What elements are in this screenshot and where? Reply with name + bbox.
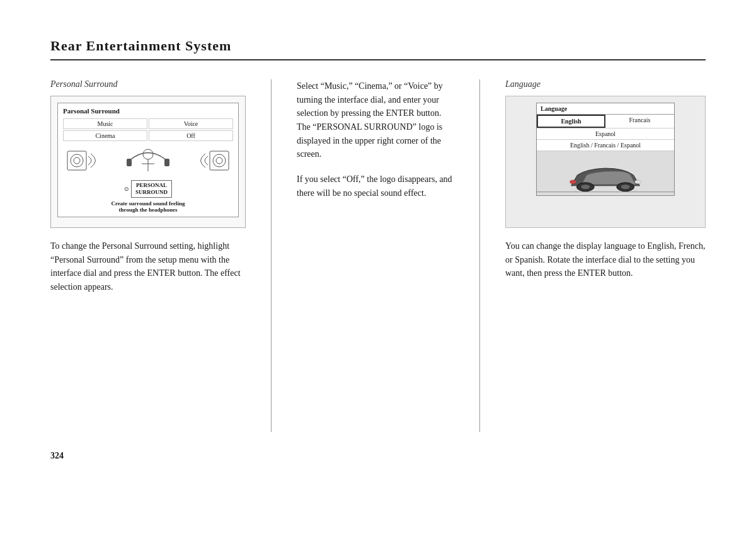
right-column: Language Language English Francais Espan… <box>493 79 706 432</box>
lang-screen-inner: Language English Francais Espanol Englis… <box>536 103 675 196</box>
left-column: Personal Surround Parsonal Surround Musi… <box>50 79 258 432</box>
ps-logo-box: PERSONAL SURROUND <box>131 180 172 198</box>
ps-logo-icon: ⊙ <box>124 186 129 192</box>
lang-car-svg <box>537 151 674 195</box>
lang-all-options: English / Francais / Espanol <box>537 140 674 151</box>
svg-point-15 <box>581 185 590 189</box>
ps-screen-title: Parsonal Surround <box>63 107 233 116</box>
middle-body-text-2: If you select “Off,” the logo disappears… <box>297 173 454 200</box>
ps-screen-inner: Parsonal Surround Music Voice Cinema Off <box>57 103 239 217</box>
lang-espanol: Espanol <box>537 128 674 139</box>
svg-point-4 <box>213 154 226 167</box>
right-divider <box>479 79 480 432</box>
svg-point-5 <box>216 157 222 164</box>
svg-rect-8 <box>164 159 169 166</box>
middle-column: Select “Music,” “Cinema,” or “Voice” by … <box>284 79 467 432</box>
lang-english: English <box>537 115 605 128</box>
ps-music: Music <box>63 118 147 129</box>
ps-options-grid: Music Voice Cinema Off <box>63 118 233 141</box>
page-title: Rear Entertainment System <box>50 38 706 54</box>
personal-surround-screen: Parsonal Surround Music Voice Cinema Off <box>50 96 246 228</box>
svg-point-17 <box>621 185 630 189</box>
svg-rect-7 <box>127 159 132 166</box>
lang-francais: Francais <box>605 115 674 128</box>
personal-surround-label: Personal Surround <box>50 79 246 89</box>
svg-point-19 <box>570 180 576 184</box>
left-divider <box>271 79 272 432</box>
middle-body-text: Select “Music,” “Cinema,” or “Voice” by … <box>297 79 454 161</box>
page-number: 324 <box>50 451 706 461</box>
right-body-text: You can change the display language to E… <box>505 239 706 280</box>
svg-point-2 <box>74 157 80 164</box>
language-screen: Language English Francais Espanol Englis… <box>505 96 706 228</box>
title-divider <box>50 59 706 60</box>
ps-off: Off <box>149 130 233 141</box>
svg-point-1 <box>71 154 83 167</box>
svg-point-6 <box>143 149 153 159</box>
lang-row-2: Espanol <box>537 128 674 140</box>
lang-car-image <box>537 151 674 195</box>
lang-row-1: English Francais <box>537 115 674 128</box>
ps-speaker-area <box>63 145 233 176</box>
ps-voice: Voice <box>149 118 233 129</box>
ps-caption: Create surround sound feeling through th… <box>63 200 233 213</box>
left-body-text: To change the Personal Surround setting,… <box>50 239 246 294</box>
ps-cinema: Cinema <box>63 130 147 141</box>
lang-title: Language <box>537 103 674 115</box>
columns-wrapper: Personal Surround Parsonal Surround Musi… <box>50 79 706 432</box>
svg-point-18 <box>635 180 641 184</box>
ps-speaker-svg <box>63 145 233 176</box>
ps-logo-area: ⊙ PERSONAL SURROUND <box>63 180 233 198</box>
language-label: Language <box>505 79 706 89</box>
